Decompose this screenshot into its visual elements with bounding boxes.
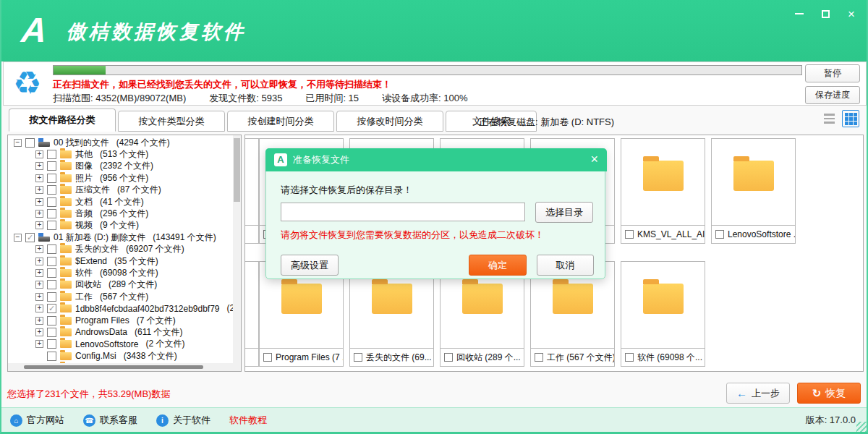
tree-checkbox[interactable] xyxy=(47,209,56,218)
footer-link[interactable]: ⌂官方网站 xyxy=(10,414,64,427)
pause-button[interactable]: 暂停 xyxy=(805,64,860,82)
cancel-button[interactable]: 取消 xyxy=(537,255,594,276)
tree-row[interactable]: +AndrowsData(611 个文件) xyxy=(8,326,234,338)
tree-row[interactable]: +Program Files(7 个文件) xyxy=(8,315,234,326)
tree-checkbox[interactable] xyxy=(47,316,56,326)
footer-link[interactable]: i关于软件 xyxy=(156,414,210,427)
tree-row[interactable]: +回收站(289 个文件) xyxy=(8,279,234,291)
tab-item[interactable]: 按文件路径分类 xyxy=(9,109,116,132)
tree-checkbox[interactable] xyxy=(47,339,56,349)
expander-icon[interactable]: + xyxy=(35,174,43,182)
grid-view-icon[interactable] xyxy=(842,110,859,127)
minimize-button[interactable] xyxy=(793,7,806,20)
card-checkbox[interactable] xyxy=(354,353,362,362)
tree-row[interactable]: −00 找到的文件(4294 个文件) xyxy=(8,137,234,148)
tab-item[interactable]: 按修改时间分类 xyxy=(336,111,443,132)
expander-icon[interactable]: + xyxy=(35,245,43,253)
tree-checkbox[interactable] xyxy=(47,352,56,361)
tree-checkbox[interactable] xyxy=(47,292,56,302)
tree-hscrollbar-thumb[interactable] xyxy=(24,365,203,369)
tree-row[interactable]: +图像(2392 个文件) xyxy=(8,161,234,172)
expander-icon[interactable]: + xyxy=(35,198,43,206)
expander-icon[interactable]: + xyxy=(35,293,43,301)
expander-icon[interactable]: + xyxy=(35,186,43,194)
tree-row[interactable]: +丢失的文件(69207 个文件) xyxy=(8,244,234,255)
expander-icon[interactable]: + xyxy=(35,281,43,289)
maximize-button[interactable] xyxy=(819,7,832,20)
tree-checkbox[interactable] xyxy=(47,161,56,171)
card-label: KMS_VL_ALL_AIO... xyxy=(637,229,705,239)
expander-icon[interactable]: − xyxy=(14,234,22,242)
recover-button[interactable]: ↻ 恢复 xyxy=(797,383,861,404)
expander-icon[interactable]: + xyxy=(35,210,43,218)
expander-icon[interactable]: + xyxy=(35,258,43,265)
tree-checkbox[interactable]: ✓ xyxy=(47,304,56,313)
card-checkbox[interactable] xyxy=(263,353,272,362)
tab-item[interactable]: 按创建时间分类 xyxy=(227,111,334,132)
tree-vscrollbar-thumb[interactable] xyxy=(234,138,240,202)
tree-row[interactable]: +工作(567 个文件) xyxy=(8,291,234,302)
folder-icon xyxy=(60,150,72,158)
footer-link[interactable]: 软件教程 xyxy=(229,414,267,427)
save-dir-input[interactable] xyxy=(281,203,525,221)
tree-checkbox[interactable] xyxy=(47,185,56,195)
card-checkbox[interactable] xyxy=(535,353,543,362)
folder-card[interactable]: 软件 (69098 个... xyxy=(621,261,705,367)
folder-card[interactable]: KMS_VL_ALL_AIO... xyxy=(621,138,705,244)
footer-link[interactable]: ☎联系客服 xyxy=(83,414,137,427)
resize-grip[interactable] xyxy=(856,422,867,432)
card-checkbox[interactable] xyxy=(625,230,634,239)
tree-row[interactable]: +视频(9 个文件) xyxy=(8,220,234,231)
tree-checkbox[interactable] xyxy=(25,138,35,148)
tree-checkbox[interactable] xyxy=(47,150,56,159)
tab-item[interactable]: 按文件类型分类 xyxy=(118,111,225,132)
expander-icon[interactable]: + xyxy=(35,305,43,312)
expander-icon[interactable]: + xyxy=(35,317,43,325)
card-checkbox[interactable] xyxy=(444,353,453,362)
tree-row[interactable]: +照片(956 个文件) xyxy=(8,172,234,184)
expander-icon[interactable]: − xyxy=(14,139,22,147)
tree-row[interactable]: −✓01 新加卷 (D:) 删除文件(143491 个文件) xyxy=(8,231,234,243)
expander-icon[interactable]: + xyxy=(35,340,43,348)
ok-button[interactable]: 确定 xyxy=(469,255,527,276)
tree-count: (4294 个文件) xyxy=(116,137,170,149)
expander-icon[interactable]: + xyxy=(35,162,43,170)
tree-checkbox[interactable] xyxy=(47,244,56,254)
tree-row[interactable]: +压缩文件(87 个文件) xyxy=(8,184,234,196)
tree-checkbox[interactable] xyxy=(47,268,56,278)
tree-row[interactable]: +✓1dbb8f4efcbdaaf402bd7312eb9dbf79(231 个 xyxy=(8,302,234,314)
card-checkbox[interactable] xyxy=(715,230,724,239)
tree-row[interactable]: +文档(41 个文件) xyxy=(8,196,234,208)
advanced-settings-button[interactable]: 高级设置 xyxy=(281,255,339,276)
back-button[interactable]: ← 上一步 xyxy=(726,383,790,404)
save-progress-button[interactable]: 保存进度 xyxy=(805,86,860,104)
folder-card[interactable] xyxy=(244,138,259,244)
tree-label: LenovoSoftstore xyxy=(75,339,138,349)
tree-checkbox[interactable] xyxy=(47,174,56,183)
tree-row[interactable]: +其他(513 个文件) xyxy=(8,148,234,160)
folder-card[interactable]: LenovoSoftstore ... xyxy=(711,138,796,244)
tree-checkbox[interactable] xyxy=(47,197,56,207)
close-button[interactable]: × xyxy=(845,7,858,20)
list-view-icon[interactable] xyxy=(820,110,838,127)
tree-checkbox[interactable] xyxy=(47,328,56,337)
tree-row[interactable]: +音频(296 个文件) xyxy=(8,208,234,219)
card-caption: Program Files (7 ... xyxy=(260,348,343,366)
expander-icon[interactable]: + xyxy=(35,328,43,336)
expander-icon[interactable]: + xyxy=(35,221,43,229)
tree-row[interactable]: +$Extend(35 个文件) xyxy=(8,255,234,267)
expander-icon[interactable]: + xyxy=(35,269,43,277)
tree-checkbox[interactable] xyxy=(47,280,56,289)
tree-checkbox[interactable]: ✓ xyxy=(25,233,35,242)
expander-icon[interactable]: + xyxy=(35,150,43,158)
tree-row[interactable]: +软件(69098 个文件) xyxy=(8,267,234,278)
tree-row[interactable]: +LenovoSoftstore(2 个文件) xyxy=(8,339,234,350)
version-text: 版本: 17.0.0 xyxy=(806,408,856,433)
tree-row[interactable]: Config.Msi(3438 个文件) xyxy=(8,350,234,362)
tree-checkbox[interactable] xyxy=(47,221,56,230)
tree-checkbox[interactable] xyxy=(47,257,56,266)
choose-dir-button[interactable]: 选择目录 xyxy=(535,202,593,223)
folder-card[interactable] xyxy=(244,261,259,367)
dialog-close-icon[interactable]: × xyxy=(590,148,598,170)
card-checkbox[interactable] xyxy=(625,353,634,362)
